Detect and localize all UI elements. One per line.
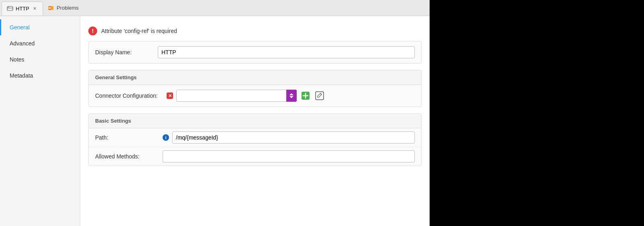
- problems-tab-label: Problems: [57, 5, 79, 11]
- spinner-up-arrow: [289, 93, 293, 95]
- sidebar-item-general[interactable]: General: [0, 19, 80, 35]
- allowed-methods-row: Allowed Methods:: [89, 147, 421, 166]
- problems-tab-icon: !: [48, 5, 54, 11]
- connector-config-row: Connector Configuration: ✕: [89, 85, 421, 107]
- path-label: Path:: [95, 134, 159, 141]
- error-message: Attribute 'config-ref' is required: [101, 28, 177, 34]
- display-name-section: Display Name:: [88, 41, 422, 64]
- display-name-label: Display Name:: [95, 49, 151, 55]
- tab-http[interactable]: HTTP ✕: [2, 2, 43, 15]
- path-input[interactable]: [172, 131, 415, 144]
- svg-rect-0: [7, 6, 13, 10]
- error-banner: ! Attribute 'config-ref' is required: [88, 23, 422, 41]
- error-icon: !: [88, 27, 97, 35]
- connector-config-label: Connector Configuration:: [95, 92, 163, 99]
- connector-select-wrapper: [176, 90, 297, 102]
- allowed-methods-label: Allowed Methods:: [95, 153, 159, 160]
- tab-problems[interactable]: ! Problems: [43, 2, 84, 14]
- http-tab-label: HTTP: [16, 6, 29, 12]
- allowed-methods-input[interactable]: [163, 150, 415, 162]
- svg-text:!: !: [49, 7, 50, 10]
- basic-settings-section: Basic Settings Path: i Allowed Methods:: [88, 113, 422, 166]
- sidebar-item-advanced[interactable]: Advanced: [0, 35, 80, 51]
- connector-error-badge: ✕: [167, 92, 173, 99]
- sidebar-item-metadata[interactable]: Metadata: [0, 68, 80, 84]
- svg-rect-10: [316, 92, 324, 100]
- svg-line-11: [320, 93, 322, 95]
- general-settings-section: General Settings Connector Configuration…: [88, 70, 422, 107]
- path-info-icon: i: [163, 134, 169, 141]
- connector-edit-button[interactable]: [314, 90, 325, 101]
- display-name-input[interactable]: [158, 46, 415, 58]
- tab-bar: HTTP ✕ ! Problems: [0, 0, 430, 16]
- content-panel: ! Attribute 'config-ref' is required Dis…: [80, 16, 430, 226]
- main-content: General Advanced Notes Metadata ! Attrib…: [0, 16, 430, 226]
- http-tab-icon: [7, 5, 13, 12]
- sidebar-item-notes[interactable]: Notes: [0, 51, 80, 68]
- svg-point-2: [8, 7, 9, 8]
- general-settings-header: General Settings: [89, 70, 421, 85]
- connector-config-select[interactable]: [176, 90, 297, 102]
- sidebar: General Advanced Notes Metadata: [0, 16, 80, 226]
- basic-settings-header: Basic Settings: [89, 114, 421, 128]
- spinner-down-arrow: [289, 96, 293, 98]
- path-row: Path: i: [89, 128, 421, 147]
- connector-spinner-btn[interactable]: [286, 90, 297, 102]
- connector-add-button[interactable]: [300, 90, 311, 101]
- http-tab-close[interactable]: ✕: [32, 6, 38, 12]
